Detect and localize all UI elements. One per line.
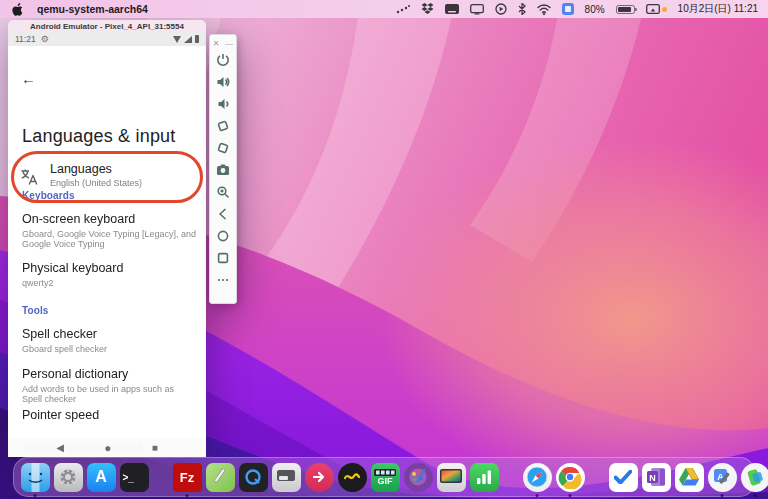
nav-home-icon[interactable]: ● [104,441,111,455]
dock-filezilla[interactable]: Fz [172,462,202,492]
red-annotation-oval [11,151,203,203]
dock-chrome[interactable] [555,462,585,492]
dock-broadcast[interactable] [304,462,334,492]
android-screen[interactable]: 11:21 ⚙ ← Languages & input Languages En… [8,32,206,457]
settings-gear-icon: ⚙ [41,34,49,44]
more-button[interactable] [212,269,234,291]
section-tools: Tools [22,305,196,316]
emulator-window: Android Emulator - Pixel_4_API_31:5554 1… [8,20,237,457]
dock-todo[interactable] [608,462,638,492]
desktop: qemu-system-aarch64 8 [0,0,768,499]
screen-mirroring-icon[interactable] [646,4,667,15]
toolbar-back-button[interactable] [212,203,234,225]
emulator-toolbar: ✕ — [209,34,237,304]
dock-wallpaper-app[interactable] [436,462,466,492]
setting-row-physical-keyboard[interactable]: Physical keyboard qwerty2 [22,261,196,288]
setting-row-personal-dictionary[interactable]: Personal dictionary Add words to be used… [22,367,196,405]
android-signal-icon [184,36,192,43]
dock-editor[interactable] [205,462,235,492]
setting-row-spell-checker[interactable]: Spell checker Gboard spell checker [22,327,196,354]
dock-utility[interactable] [271,462,301,492]
apple-menu[interactable] [12,3,23,16]
battery-percent: 80% [585,4,605,15]
toolbar-close-button[interactable]: ✕ [213,39,220,48]
dock-emulator-app[interactable] [740,462,768,492]
svg-text:N: N [649,473,656,483]
cellular-signal-icon[interactable] [396,4,410,14]
keyboard-icon[interactable] [445,4,459,14]
media-play-icon[interactable] [495,3,507,15]
dock-terminal[interactable]: >_ [119,462,149,492]
display-icon[interactable] [470,4,484,15]
toolbar-overview-button[interactable] [212,247,234,269]
rotate-left-button[interactable] [212,115,234,137]
zoom-button[interactable] [212,181,234,203]
emulator-window-title: Android Emulator - Pixel_4_API_31:5554 [30,22,184,31]
nav-back-icon[interactable]: ◀ [56,442,64,453]
screenshot-button[interactable] [212,159,234,181]
android-wifi-icon [173,36,181,43]
power-button[interactable] [212,49,234,71]
dock-system-settings[interactable] [53,462,83,492]
setting-row-onscreen-keyboard[interactable]: On-screen keyboard Gboard, Google Voice … [22,212,196,250]
rotate-right-button[interactable] [212,137,234,159]
android-status-bar: 11:21 ⚙ [8,32,206,46]
volume-down-button[interactable] [212,93,234,115]
android-battery-icon [195,35,199,43]
dock-onenote[interactable]: N [641,462,671,492]
wifi-icon[interactable] [537,4,551,15]
dock-safari[interactable] [522,462,552,492]
menu-bar: qemu-system-aarch64 8 [0,0,768,18]
volume-up-button[interactable] [212,71,234,93]
dock-app-store[interactable]: A [86,462,116,492]
dock: A >_ Fz GIF [13,457,755,497]
dock-xcode[interactable]: A [707,462,737,492]
toolbar-minimize-button[interactable]: — [225,39,233,48]
recording-indicator-dot [662,7,667,12]
back-arrow[interactable]: ← [21,70,36,87]
setting-row-pointer-speed[interactable]: Pointer speed [22,408,196,422]
dock-art-palette[interactable] [403,462,433,492]
bluetooth-icon[interactable] [518,3,526,15]
nav-overview-icon[interactable]: ■ [152,442,158,453]
dock-stats[interactable] [469,462,499,492]
toolbar-home-button[interactable] [212,225,234,247]
page-title: Languages & input [22,126,176,147]
dock-gif-app[interactable]: GIF [370,462,400,492]
dropbox-icon[interactable] [421,3,434,15]
android-nav-bar: ◀ ● ■ [8,438,206,457]
dock-finder[interactable] [20,462,50,492]
input-source-icon[interactable] [562,3,574,15]
dock-media-q[interactable] [238,462,268,492]
menu-bar-clock[interactable]: 10月2日(日) 11:21 [678,2,758,16]
dock-noir[interactable] [337,462,367,492]
emulator-title-bar[interactable]: Android Emulator - Pixel_4_API_31:5554 [8,20,206,32]
active-app-name[interactable]: qemu-system-aarch64 [37,3,148,15]
android-clock: 11:21 [15,34,36,44]
dock-google-drive[interactable] [674,462,704,492]
battery-icon[interactable] [616,5,635,14]
